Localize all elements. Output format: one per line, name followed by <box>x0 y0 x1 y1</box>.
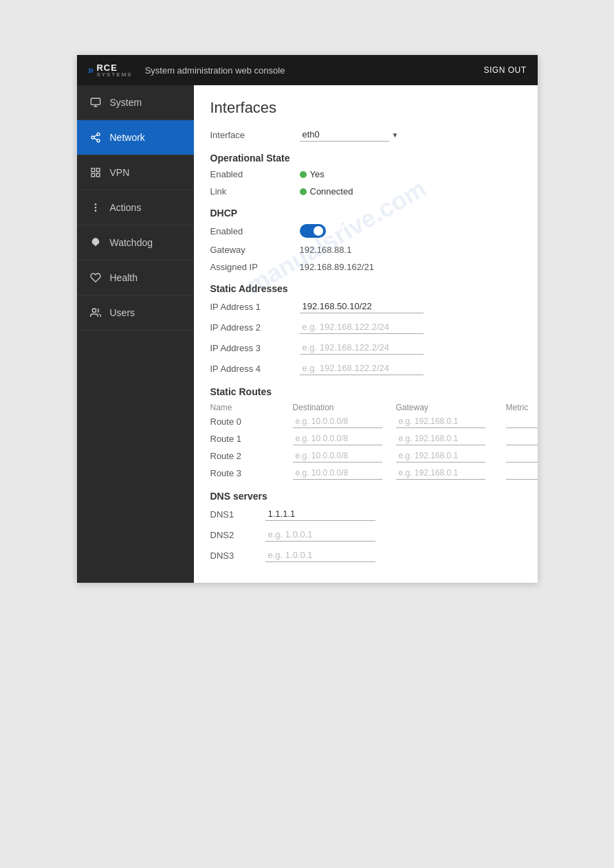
route-gw-input[interactable] <box>396 415 485 428</box>
svg-rect-11 <box>96 173 100 177</box>
dns1-row: DNS1 <box>210 507 521 521</box>
sidebar-item-label: Actions <box>110 202 142 213</box>
link-label: Link <box>210 186 300 197</box>
static-routes-title: Static Routes <box>210 386 521 397</box>
ip1-input[interactable] <box>300 300 424 313</box>
route-metric-input[interactable] <box>506 449 538 463</box>
logo-systems: SYSTEMS <box>96 72 132 78</box>
route-dest-input[interactable] <box>293 415 382 428</box>
svg-point-4 <box>91 136 94 139</box>
interface-select-wrapper: eth0 ▼ <box>300 128 399 142</box>
dns1-input[interactable] <box>265 507 375 521</box>
sidebar-item-network[interactable]: Network <box>77 120 194 155</box>
dns2-row: DNS2 <box>210 528 521 542</box>
logo-chevrons-icon: » <box>88 64 94 76</box>
monitor-icon <box>89 96 102 109</box>
enabled-row: Enabled Yes <box>210 169 521 179</box>
sidebar-item-health[interactable]: Health <box>77 260 194 296</box>
logo: » RCE SYSTEMS <box>88 63 133 78</box>
ip4-row: IP Address 4 <box>210 361 521 375</box>
ip3-label: IP Address 3 <box>210 343 300 353</box>
route-dest-input[interactable] <box>293 432 382 445</box>
col-name: Name <box>210 403 293 412</box>
sign-out-button[interactable]: SIGN OUT <box>483 65 526 75</box>
route-name: Route 0 <box>210 416 293 427</box>
link-status-dot <box>300 188 307 195</box>
link-status: Connected <box>300 186 353 197</box>
ip3-row: IP Address 3 <box>210 341 521 355</box>
assigned-ip-value: 192.168.89.162/21 <box>300 262 374 272</box>
interface-row: Interface eth0 ▼ <box>210 128 521 142</box>
routes-header: Name Destination Gateway Metric <box>210 403 521 412</box>
svg-rect-10 <box>91 173 95 177</box>
grid-icon <box>89 166 102 179</box>
gateway-row: Gateway 192.168.88.1 <box>210 245 521 255</box>
route-dest-input[interactable] <box>293 449 382 463</box>
dns2-input[interactable] <box>265 528 375 542</box>
link-value: Connected <box>310 186 353 197</box>
route-name: Route 2 <box>210 451 293 461</box>
main-layout: System Network VPN <box>77 85 538 583</box>
heart-icon <box>89 271 102 284</box>
dhcp-title: DHCP <box>210 208 521 219</box>
enabled-status: Yes <box>300 169 325 179</box>
route-dest-input[interactable] <box>293 467 382 480</box>
dhcp-toggle[interactable] <box>300 224 326 238</box>
sidebar-item-label: Watchdog <box>110 237 153 248</box>
dns1-label: DNS1 <box>210 509 265 520</box>
dns3-row: DNS3 <box>210 548 521 562</box>
sidebar-item-label: Health <box>110 272 138 283</box>
ip2-label: IP Address 2 <box>210 322 300 333</box>
svg-line-6 <box>94 138 97 140</box>
svg-point-3 <box>97 133 100 135</box>
enabled-status-dot <box>300 171 307 178</box>
app-header: » RCE SYSTEMS System administration web … <box>77 55 538 85</box>
assigned-ip-label: Assigned IP <box>210 262 300 272</box>
link-row: Link Connected <box>210 186 521 197</box>
chevron-down-icon: ▼ <box>392 131 399 139</box>
dns-servers-title: DNS servers <box>210 491 521 502</box>
sidebar-item-vpn[interactable]: VPN <box>77 155 194 190</box>
logo-rce: RCE <box>96 63 132 72</box>
dns3-input[interactable] <box>265 548 375 562</box>
svg-line-7 <box>94 135 97 137</box>
route-metric-input[interactable] <box>506 432 538 445</box>
assigned-ip-row: Assigned IP 192.168.89.162/21 <box>210 262 521 272</box>
ip4-label: IP Address 4 <box>210 364 300 374</box>
operational-state-title: Operational State <box>210 153 521 164</box>
table-row: Route 0 <box>210 415 521 428</box>
col-metric: Metric <box>506 403 538 412</box>
svg-point-13 <box>94 207 96 209</box>
route-metric-input[interactable] <box>506 467 538 480</box>
sidebar-item-users[interactable]: Users <box>77 296 194 331</box>
paw-icon <box>89 236 102 249</box>
content-area: manualsrive.com Interfaces Interface eth… <box>194 85 538 583</box>
users-icon <box>89 307 102 319</box>
col-destination: Destination <box>293 403 396 412</box>
ip3-input[interactable] <box>300 341 424 355</box>
ip2-input[interactable] <box>300 320 424 334</box>
route-name: Route 1 <box>210 434 293 444</box>
sidebar-item-actions[interactable]: Actions <box>77 190 194 225</box>
gateway-value: 192.168.88.1 <box>300 245 352 255</box>
enabled-value: Yes <box>310 169 325 179</box>
svg-point-15 <box>92 309 96 312</box>
route-metric-input[interactable] <box>506 415 538 428</box>
route-gw-input[interactable] <box>396 467 485 480</box>
interface-select[interactable]: eth0 <box>300 128 389 142</box>
share-icon <box>89 131 102 144</box>
sidebar-item-watchdog[interactable]: Watchdog <box>77 225 194 260</box>
sidebar-item-label: Network <box>110 132 145 143</box>
route-gw-input[interactable] <box>396 432 485 445</box>
static-addresses-title: Static Addresses <box>210 283 521 294</box>
dhcp-enabled-label: Enabled <box>210 226 300 236</box>
gateway-label: Gateway <box>210 245 300 255</box>
sidebar-item-system[interactable]: System <box>77 85 194 120</box>
page-title: Interfaces <box>210 99 521 117</box>
sidebar: System Network VPN <box>77 85 194 583</box>
route-gw-input[interactable] <box>396 449 485 463</box>
ip4-input[interactable] <box>300 361 424 375</box>
sidebar-item-label: Users <box>110 307 135 318</box>
table-row: Route 2 <box>210 449 521 463</box>
svg-point-14 <box>94 210 96 212</box>
